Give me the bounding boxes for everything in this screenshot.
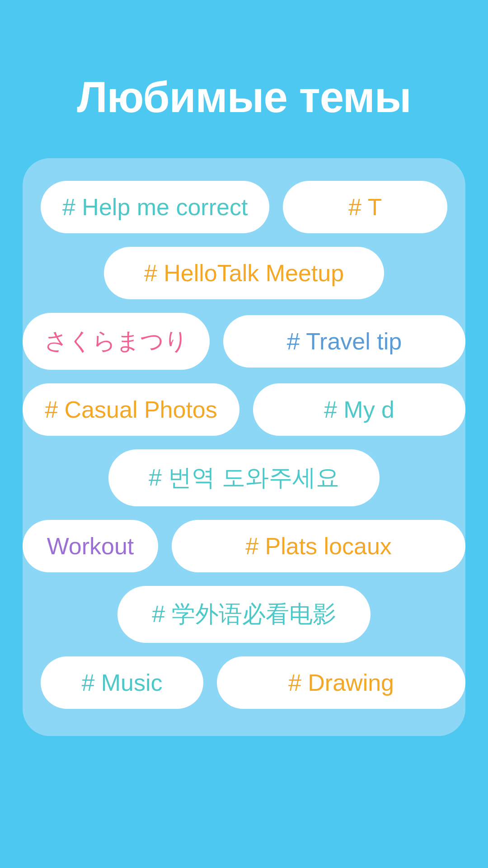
tag-row-5: # 번역 도와주세요 — [41, 449, 447, 506]
tag-help-me-correct[interactable]: # Help me correct — [41, 181, 269, 233]
tag-travel-tip[interactable]: # Travel tip — [223, 315, 465, 368]
tag-row-8: # Music # Drawing — [41, 656, 465, 709]
tag-my-d[interactable]: # My d — [253, 383, 465, 436]
tag-row-3: さくらまつり # Travel tip — [23, 313, 465, 370]
tag-hellotalk-meetup[interactable]: # HelloTalk Meetup — [104, 247, 384, 299]
tag-plats-locaux[interactable]: # Plats locaux — [172, 520, 465, 572]
tag-music[interactable]: # Music — [41, 656, 203, 709]
page-title: Любимые темы — [0, 0, 488, 158]
tag-row1-right[interactable]: # T — [283, 181, 447, 233]
tag-translation-help[interactable]: # 번역 도와주세요 — [108, 449, 380, 506]
topics-card: # Help me correct # T # HelloTalk Meetup… — [23, 158, 465, 736]
tag-sakura[interactable]: さくらまつり — [23, 313, 210, 370]
tag-row-4: # Casual Photos # My d — [23, 383, 465, 436]
tag-row-7: # 学外语必看电影 — [41, 586, 447, 643]
tag-row-6: Workout # Plats locaux — [23, 520, 465, 572]
tag-casual-photos[interactable]: # Casual Photos — [23, 383, 239, 436]
tag-row-1: # Help me correct # T — [41, 181, 447, 233]
tag-row-2: # HelloTalk Meetup — [41, 247, 447, 299]
tag-learn-movies[interactable]: # 学外语必看电影 — [117, 586, 371, 643]
tag-drawing[interactable]: # Drawing — [217, 656, 465, 709]
tag-workout[interactable]: Workout — [23, 520, 158, 572]
